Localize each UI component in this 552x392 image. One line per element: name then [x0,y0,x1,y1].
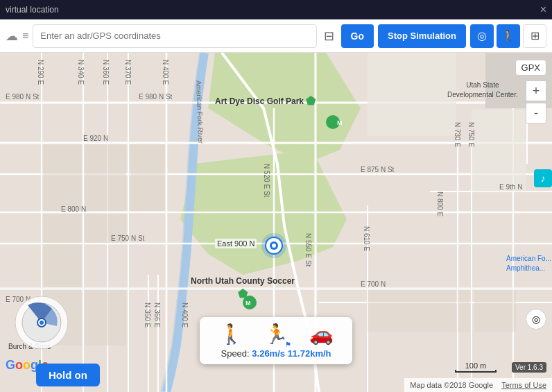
svg-rect-44 [368,290,456,332]
street-label-9thn: E 9th N [499,183,522,191]
svg-rect-37 [43,214,82,243]
street-label-e920n: E 920 N [83,135,108,142]
toolbar-right: ◎ 🚶 ⊞ [470,24,546,48]
close-button[interactable]: × [540,4,546,15]
svg-rect-43 [85,290,126,346]
menu-icon[interactable]: ≡ [22,30,28,42]
grid-button[interactable]: ⊞ [523,24,546,48]
map-footer: Map data ©2018 Google Terms of Use [404,378,552,392]
svg-rect-47 [368,53,456,136]
go-button[interactable]: Go [341,24,374,48]
street-label-e875n: E 875 N St [361,166,394,173]
street-label-n360e: N 360 E [102,60,110,85]
street-label-e700n-right: E 700 N [361,280,386,288]
window-title: virtual location [6,5,59,15]
street-label-e980n: E 980 N St [139,93,172,101]
svg-rect-46 [474,290,516,332]
dev-center-label: Utah State Developmental Center. [447,80,518,100]
scale-bar: 100 m [455,361,497,373]
street-label-n400e-bottom: N 400 E [181,302,189,327]
title-bar: virtual location × [0,0,552,19]
compass [14,295,69,350]
coordinates-input[interactable] [33,24,316,48]
save-icon[interactable]: ⊟ [321,26,337,46]
street-label-n750e: N 750 E [467,122,475,147]
svg-point-52 [40,321,44,325]
toolbar: ☁ ≡ ⊟ Go Stop Simulation ◎ 🚶 ⊞ [0,19,552,53]
svg-text:M: M [337,119,343,126]
street-label-n730e: N 730 E [454,122,461,147]
walk-mode-icon[interactable]: 🚶 [219,323,243,346]
street-label-n290e: N 290 E [37,60,44,85]
street-label-n550e: N 550 E St [304,233,312,266]
location-target-button[interactable]: ◎ [526,309,546,330]
park-label-artdye: Art Dye Disc Golf Park ⬟ [215,94,316,109]
zoom-out-button[interactable]: - [526,103,546,123]
street-label-e800n: E 800 N [61,205,86,213]
zoom-in-button[interactable]: + [526,80,546,101]
run-mode-icon[interactable]: 🏃⚑ [264,323,288,346]
street-label-e750n: E 750 N St [111,235,144,242]
speed-display: Speed: 3.26m/s 11.72km/h [221,348,331,359]
street-label-n610e: N 610 E [363,226,370,251]
speed-panel: 🚶 🏃⚑ 🚗 Speed: 3.26m/s 11.72km/h [200,317,352,364]
svg-rect-41 [130,144,165,211]
hold-on-button[interactable]: Hold on [36,364,100,386]
music-icon: ♪ [534,169,552,187]
street-label-e980n-left: E 980 N St [6,93,39,101]
street-label-n340e: N 340 E [77,60,85,85]
transport-icons-row: 🚶 🏃⚑ 🚗 [219,323,334,346]
gpx-button[interactable]: GPX [515,60,546,76]
stop-simulation-button[interactable]: Stop Simulation [378,24,466,48]
svg-rect-38 [43,244,82,287]
svg-rect-39 [85,144,126,211]
street-label-n400e: N 400 E [162,60,169,85]
svg-rect-45 [458,290,470,332]
street-label-n520e: N 520 E St [263,164,270,197]
street-label-n800e: N 800 E [436,191,444,216]
walk-button[interactable]: 🚶 [497,24,520,48]
zoom-controls: + - [526,80,546,123]
street-label-n350e: N 350 E [144,302,151,327]
version-badge: Ver 1.6.3 [512,362,546,373]
street-label-n366e: N 366 E [153,302,161,327]
car-mode-icon[interactable]: 🚗 [309,323,334,346]
map-area: American Fork River M M E 980 N St [0,53,552,392]
svg-rect-36 [43,144,82,211]
location-label: East 900 N [215,239,257,248]
park-label-soccer: North Utah County Soccer ⬟ [191,276,295,301]
target-button[interactable]: ◎ [470,24,494,48]
svg-rect-48 [472,110,526,191]
amphitheater-label: American Fo... Amphithea... [506,254,551,273]
cloud-icon[interactable]: ☁ [6,28,18,44]
street-label-n370e: N 370 E [124,60,132,85]
svg-point-34 [272,244,276,248]
terms-link[interactable]: Terms of Use [501,381,546,389]
